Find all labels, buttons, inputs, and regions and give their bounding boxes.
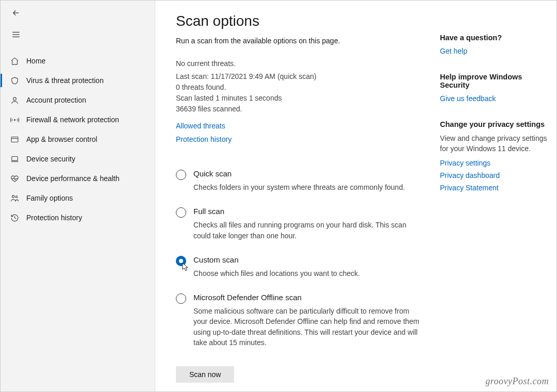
radio-icon <box>176 293 186 304</box>
radio-title: Full scan <box>193 207 424 216</box>
sidebar-item-label: Device performance & health <box>26 174 120 183</box>
radio-desc: Choose which files and locations you wan… <box>193 268 360 279</box>
help-heading: Have a question? <box>440 34 548 42</box>
laptop-icon <box>10 154 19 164</box>
status-files-scanned: 36639 files scanned. <box>176 104 424 115</box>
history-icon <box>10 213 19 222</box>
sidebar-item-label: Protection history <box>26 214 82 222</box>
get-help-link[interactable]: Get help <box>440 47 548 55</box>
help-section: Have a question? Get help <box>440 34 548 55</box>
radio-custom-scan[interactable]: Custom scan Choose which files and locat… <box>176 255 424 279</box>
protection-history-link[interactable]: Protection history <box>176 135 424 143</box>
svg-point-4 <box>14 119 15 120</box>
radio-full-scan[interactable]: Full scan Checks all files and running p… <box>176 207 424 241</box>
content-column: Scan options Run a scan from the availab… <box>176 13 424 381</box>
privacy-desc: View and change privacy settings for you… <box>440 134 548 154</box>
sidebar-item-family[interactable]: Family options <box>1 188 155 208</box>
feedback-section: Help improve Windows Security Give us fe… <box>440 73 548 103</box>
sidebar-item-label: Firewall & network protection <box>26 116 119 124</box>
page-subtitle: Run a scan from the available options on… <box>176 37 424 45</box>
scan-status-block: No current threats. Last scan: 11/17/202… <box>176 58 424 115</box>
sidebar-item-performance[interactable]: Device performance & health <box>1 169 155 188</box>
radio-offline-scan[interactable]: Microsoft Defender Offline scan Some mal… <box>176 293 424 348</box>
status-no-threats: No current threats. <box>176 58 424 69</box>
page-title: Scan options <box>176 13 424 29</box>
home-icon <box>10 56 19 66</box>
hamburger-menu-button[interactable] <box>10 28 22 41</box>
radio-title: Microsoft Defender Offline scan <box>193 293 424 302</box>
back-button[interactable] <box>10 7 22 19</box>
privacy-statement-link[interactable]: Privacy Statement <box>440 184 548 192</box>
sidebar-item-virus-threat[interactable]: Virus & threat protection <box>1 71 155 90</box>
sidebar-item-label: Account protection <box>26 96 86 104</box>
radio-desc: Checks all files and running programs on… <box>193 220 424 241</box>
sidebar-item-firewall[interactable]: Firewall & network protection <box>1 110 155 129</box>
radio-desc: Checks folders in your system where thre… <box>193 182 405 192</box>
watermark: groovyPost.com <box>485 376 549 387</box>
svg-point-9 <box>12 195 14 197</box>
svg-point-3 <box>13 97 16 100</box>
svg-point-10 <box>15 195 18 198</box>
privacy-section: Change your privacy settings View and ch… <box>440 120 548 192</box>
radio-icon <box>176 170 186 180</box>
sidebar-item-device-security[interactable]: Device security <box>1 149 155 169</box>
radio-icon <box>176 207 186 218</box>
person-icon <box>10 95 19 105</box>
right-column: Have a question? Get help Help improve W… <box>440 13 548 381</box>
feedback-link[interactable]: Give us feedback <box>440 94 548 103</box>
feedback-heading: Help improve Windows Security <box>440 73 548 89</box>
shield-icon <box>10 76 19 85</box>
sidebar-item-label: Virus & threat protection <box>26 76 104 85</box>
allowed-threats-link[interactable]: Allowed threats <box>176 122 424 130</box>
radio-quick-scan[interactable]: Quick scan Checks folders in your system… <box>176 169 424 192</box>
scan-options-group: Quick scan Checks folders in your system… <box>176 169 424 348</box>
radio-icon <box>176 256 186 266</box>
status-duration: Scan lasted 1 minutes 1 seconds <box>176 93 424 104</box>
radio-desc: Some malicious software can be particula… <box>193 306 424 348</box>
status-threats-found: 0 threats found. <box>176 82 424 93</box>
radio-title: Custom scan <box>193 255 360 264</box>
privacy-settings-link[interactable]: Privacy settings <box>440 159 548 167</box>
nav-list: Home Virus & threat protection Account p… <box>1 51 155 227</box>
radio-title: Quick scan <box>193 169 405 178</box>
privacy-dashboard-link[interactable]: Privacy dashboard <box>440 171 548 179</box>
sidebar-item-history[interactable]: Protection history <box>1 208 155 227</box>
sidebar-item-app-browser[interactable]: App & browser control <box>1 129 155 149</box>
status-last-scan: Last scan: 11/17/2021 9:49 AM (quick sca… <box>176 71 424 82</box>
sidebar-item-label: Home <box>26 57 45 65</box>
sidebar-item-label: App & browser control <box>26 135 97 143</box>
scan-now-button[interactable]: Scan now <box>176 366 234 383</box>
sidebar: Home Virus & threat protection Account p… <box>1 1 155 391</box>
sidebar-item-home[interactable]: Home <box>1 51 155 71</box>
main-panel: Scan options Run a scan from the availab… <box>155 1 556 391</box>
sidebar-item-label: Family options <box>26 194 73 202</box>
svg-rect-5 <box>11 137 18 142</box>
family-icon <box>10 193 19 203</box>
sidebar-item-label: Device security <box>26 155 75 163</box>
sidebar-item-account[interactable]: Account protection <box>1 90 155 110</box>
heart-icon <box>10 174 19 183</box>
window-icon <box>10 135 19 144</box>
privacy-heading: Change your privacy settings <box>440 120 548 128</box>
signal-icon <box>10 115 19 124</box>
svg-rect-7 <box>11 156 17 160</box>
